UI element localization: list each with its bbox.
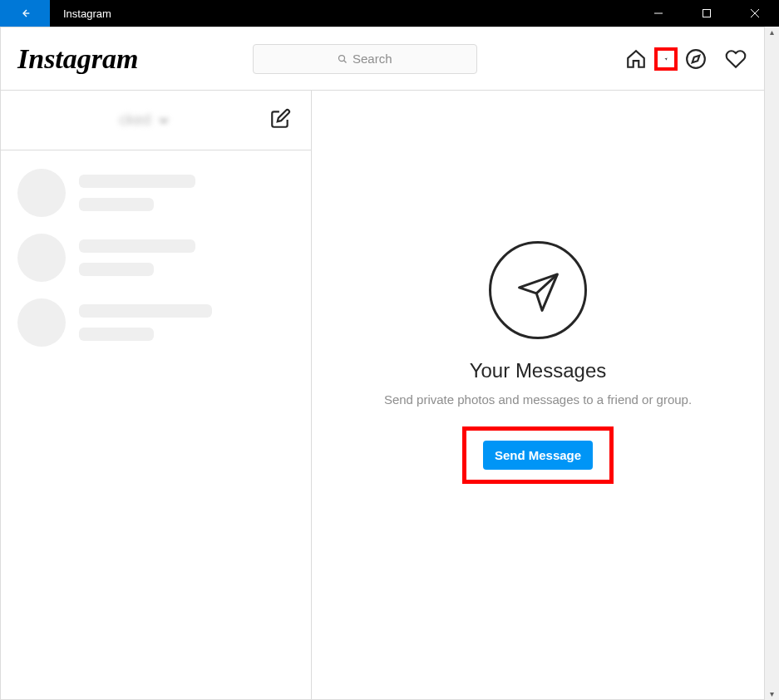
scroll-down-arrow[interactable]: ▾ [770,690,774,698]
paper-plane-icon [664,48,668,70]
placeholder-line [79,304,212,318]
send-message-highlight: Send Message [462,426,614,484]
home-icon [625,48,647,70]
heart-icon [725,48,747,70]
svg-point-7 [687,50,705,68]
nav-explore[interactable] [684,47,708,71]
chevron-down-icon [156,113,171,128]
svg-marker-8 [693,55,700,62]
avatar [17,298,66,347]
nav-direct-messages[interactable] [654,47,678,71]
search-placeholder: Search [353,52,392,66]
top-nav: Instagram Search [1,27,764,91]
conversation-sidebar: cked [1,91,312,700]
account-switcher[interactable]: cked [21,111,269,129]
minimize-icon [653,8,663,18]
send-message-button[interactable]: Send Message [483,441,593,470]
paper-plane-outline-icon [515,269,561,314]
placeholder-line [79,263,154,276]
new-message-button[interactable] [269,108,291,133]
avatar [17,169,66,217]
messages-empty-state: Your Messages Send private photos and me… [312,91,764,700]
window-titlebar: Instagram [0,0,779,27]
back-button[interactable] [0,0,50,27]
instagram-logo[interactable]: Instagram [17,43,139,75]
compose-icon [269,108,291,130]
direct-icon-circle [489,241,587,339]
nav-home[interactable] [624,47,648,71]
svg-line-6 [343,60,346,62]
svg-rect-2 [703,10,711,17]
maximize-icon [702,8,712,18]
sidebar-header: cked [1,91,311,150]
maximize-button[interactable] [683,0,731,27]
nav-activity[interactable] [724,47,747,71]
search-icon [338,54,348,64]
avatar [17,234,66,282]
window-controls [634,0,779,27]
minimize-button[interactable] [634,0,683,27]
empty-state-heading: Your Messages [470,359,607,382]
arrow-left-icon [18,7,32,20]
app-viewport: Instagram Search [0,27,765,700]
placeholder-line [79,198,154,211]
placeholder-line [79,239,195,253]
compass-icon [685,48,707,70]
list-item[interactable] [1,225,311,290]
close-button[interactable] [731,0,779,27]
placeholder-line [79,328,154,341]
empty-state-subtext: Send private photos and messages to a fr… [384,392,692,407]
account-username: cked [119,111,150,129]
placeholder-line [79,175,195,188]
vertical-scrollbar[interactable]: ▴ ▾ [765,27,779,700]
scroll-up-arrow[interactable]: ▴ [770,28,774,37]
search-input[interactable]: Search [253,44,477,74]
close-icon [750,8,760,18]
window-title: Instagram [50,7,634,20]
conversation-list [1,150,311,365]
svg-point-5 [338,55,344,61]
list-item[interactable] [1,160,311,225]
list-item[interactable] [1,290,311,355]
